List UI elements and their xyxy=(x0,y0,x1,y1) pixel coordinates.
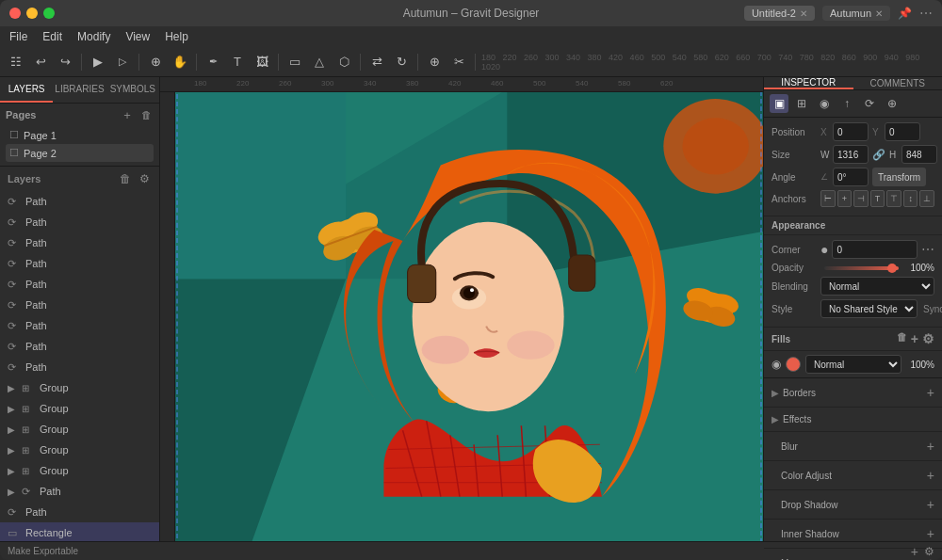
layer-group-4[interactable]: ▶ ⊞ Group xyxy=(0,440,159,460)
layer-path-5[interactable]: ⟳ Path xyxy=(0,274,159,295)
undo-icon[interactable]: ↩ xyxy=(30,52,51,72)
opacity-thumb[interactable] xyxy=(887,264,897,273)
layer-path-1[interactable]: ⟳ Path xyxy=(0,191,159,212)
inspector-style-icon[interactable]: ◉ xyxy=(815,94,834,113)
menu-help[interactable]: Help xyxy=(165,30,188,43)
tab-layers[interactable]: LAYERS xyxy=(0,77,53,103)
anchor-1[interactable]: ⊢ xyxy=(820,190,836,207)
anchor-4[interactable]: T xyxy=(870,190,885,207)
inspector-comp-icon[interactable]: ⊕ xyxy=(883,94,901,113)
size-h-input[interactable] xyxy=(901,145,937,164)
menu-modify[interactable]: Modify xyxy=(77,30,110,43)
tab-libraries[interactable]: LIBRARIES xyxy=(53,77,106,103)
drop-shadow-row[interactable]: Drop Shadow + xyxy=(771,494,934,515)
tab-comments[interactable]: COMMENTS xyxy=(853,77,943,89)
fills-trash-icon[interactable]: 🗑 xyxy=(897,331,907,346)
flip-icon[interactable]: ⇄ xyxy=(366,52,387,72)
tab-autumun[interactable]: Autumun ✕ xyxy=(822,6,890,21)
close-button[interactable] xyxy=(9,8,21,19)
fill-blend-select[interactable]: Normal xyxy=(805,355,901,374)
borders-add-icon[interactable]: + xyxy=(927,385,934,400)
size-w-input[interactable] xyxy=(833,145,869,164)
inner-shadow-add-icon[interactable]: + xyxy=(927,526,934,541)
zoom-icon[interactable]: ⊕ xyxy=(145,52,166,72)
transform-button[interactable]: Transform xyxy=(872,168,926,186)
layer-path-9[interactable]: ⟳ Path xyxy=(0,357,159,377)
layer-path-11[interactable]: ⟳ Path xyxy=(0,502,159,522)
layer-group-3[interactable]: ▶ ⊞ Group xyxy=(0,419,159,440)
bottom-add-icon[interactable]: + xyxy=(911,544,918,559)
inspector-export-icon[interactable]: ↑ xyxy=(837,94,856,113)
tab-inspector[interactable]: INSPECTOR xyxy=(764,77,853,89)
fill-color-swatch[interactable] xyxy=(786,357,801,372)
layer-group-1[interactable]: ▶ ⊞ Group xyxy=(0,377,159,398)
layer-path-4[interactable]: ⟳ Path xyxy=(0,253,159,274)
layer-rectangle[interactable]: ▭ Rectangle xyxy=(0,522,159,541)
menu-file[interactable]: File xyxy=(9,30,27,43)
anchor-6[interactable]: ↕ xyxy=(903,190,918,207)
fills-options-icon[interactable]: ⚙ xyxy=(922,331,934,346)
layer-options-icon[interactable]: ⚙ xyxy=(137,171,152,186)
direct-select-icon[interactable]: ▷ xyxy=(112,52,133,72)
maximize-button[interactable] xyxy=(43,8,55,19)
rect-icon[interactable]: ▭ xyxy=(284,52,305,72)
style-select[interactable]: No Shared Style xyxy=(820,299,918,318)
triangle-icon[interactable]: △ xyxy=(309,52,330,72)
menu-view[interactable]: View xyxy=(125,30,150,43)
text-icon[interactable]: T xyxy=(227,52,248,72)
layer-path-10[interactable]: ▶ ⟳ Path xyxy=(0,481,159,502)
canvas-viewport[interactable] xyxy=(175,92,763,541)
redo-icon[interactable]: ↪ xyxy=(55,52,75,72)
layer-path-7[interactable]: ⟳ Path xyxy=(0,315,159,336)
blur-row[interactable]: Blur + xyxy=(771,436,934,456)
bottom-settings-icon[interactable]: ⚙ xyxy=(924,545,934,558)
blur-add-icon[interactable]: + xyxy=(927,439,934,454)
color-adjust-add-icon[interactable]: + xyxy=(927,468,934,483)
layer-path-3[interactable]: ⟳ Path xyxy=(0,232,159,253)
opacity-slider[interactable] xyxy=(824,266,899,270)
tab-untitled[interactable]: Untitled-2 ✕ xyxy=(744,6,815,21)
page-item-2[interactable]: ☐ Page 2 xyxy=(6,144,154,162)
anchor-5[interactable]: ⊤ xyxy=(886,190,901,207)
lock-icon[interactable]: 🔗 xyxy=(872,149,885,161)
layer-path-8[interactable]: ⟳ Path xyxy=(0,336,159,357)
rotate-icon[interactable]: ↻ xyxy=(391,52,412,72)
delete-layer-icon[interactable]: 🗑 xyxy=(118,171,133,186)
style-sync-icon[interactable]: Sync xyxy=(923,304,942,314)
anchor-7[interactable]: ⊥ xyxy=(919,190,934,207)
layer-group-5[interactable]: ▶ ⊞ Group xyxy=(0,460,159,481)
borders-row[interactable]: ▶ Borders + xyxy=(771,382,934,403)
layer-path-2[interactable]: ⟳ Path xyxy=(0,212,159,232)
position-y-input[interactable] xyxy=(885,122,920,141)
image-icon[interactable]: 🖼 xyxy=(252,52,272,72)
corner-input[interactable] xyxy=(832,240,918,259)
inspector-arrange-icon[interactable]: ⊞ xyxy=(792,94,811,113)
shape-icon[interactable]: ⬡ xyxy=(333,52,354,72)
hand-icon[interactable]: ✋ xyxy=(170,52,190,72)
pen-icon[interactable]: ✒ xyxy=(203,52,223,72)
select-icon[interactable]: ▶ xyxy=(88,52,108,72)
add-page-icon[interactable]: + xyxy=(120,107,135,122)
effects-row[interactable]: ▶ Effects xyxy=(771,411,934,427)
fills-add-icon[interactable]: + xyxy=(911,331,918,346)
drop-shadow-add-icon[interactable]: + xyxy=(927,497,934,512)
page-item-1[interactable]: ☐ Page 1 xyxy=(6,126,154,144)
tab-close-icon2[interactable]: ✕ xyxy=(875,8,883,19)
new-doc-icon[interactable]: ☷ xyxy=(6,52,26,72)
inspector-proto-icon[interactable]: ⟳ xyxy=(860,94,879,113)
fill-visible-icon[interactable]: ◉ xyxy=(771,358,781,371)
boolean-icon[interactable]: ⊕ xyxy=(424,52,445,72)
minimize-button[interactable] xyxy=(26,8,38,19)
tab-symbols[interactable]: SYMBOLS xyxy=(106,77,159,103)
position-x-input[interactable] xyxy=(833,122,869,141)
inspector-align-icon[interactable]: ▣ xyxy=(770,94,788,113)
corner-options-icon[interactable]: ⋯ xyxy=(921,242,934,257)
more-icon[interactable]: ⋯ xyxy=(919,6,933,21)
layer-path-6[interactable]: ⟳ Path xyxy=(0,295,159,315)
tab-close-icon[interactable]: ✕ xyxy=(800,8,807,19)
color-adjust-row[interactable]: Color Adjust + xyxy=(771,465,934,486)
blending-select[interactable]: Normal Multiply Screen xyxy=(820,277,934,296)
anchor-3[interactable]: ⊣ xyxy=(853,190,869,207)
anchor-2[interactable]: + xyxy=(837,190,853,207)
menu-edit[interactable]: Edit xyxy=(42,30,62,43)
